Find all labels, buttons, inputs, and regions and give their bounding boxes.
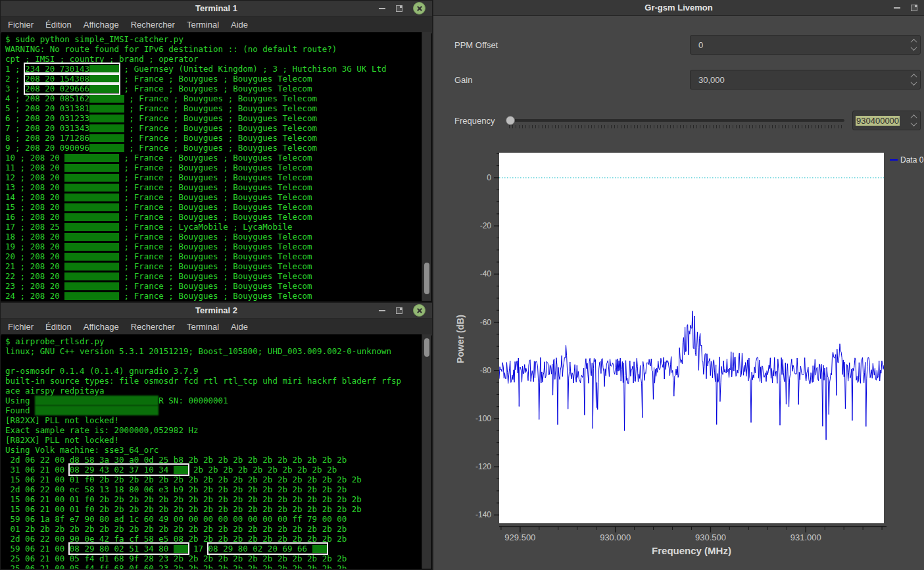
menu-item[interactable]: Aide xyxy=(225,322,254,332)
terminal-line: 5 ; 208 20 031381 ; France ; Bouygues ; … xyxy=(5,103,422,113)
minimize-icon[interactable] xyxy=(894,7,900,9)
terminal-line: 3 ; 208 20 029666 ; France ; Bouygues ; … xyxy=(5,84,422,93)
redaction-block xyxy=(174,466,189,474)
terminal-line: 2 ; 208 20 154308 ; France ; Bouygues ; … xyxy=(5,74,422,84)
menu-item[interactable]: Fichier xyxy=(2,20,39,30)
ppm-offset-value: 0 xyxy=(698,40,703,50)
spinner-arrows[interactable] xyxy=(907,111,920,130)
menu-item[interactable]: Terminal xyxy=(181,20,225,30)
menu-item[interactable]: Aide xyxy=(225,20,254,30)
menu-item[interactable]: Affichage xyxy=(78,322,125,332)
redaction-block xyxy=(89,85,119,93)
redaction-block xyxy=(64,174,119,182)
terminal-2-output[interactable]: $ airprobe_rtlsdr.pylinux; GNU C++ versi… xyxy=(1,334,422,569)
terminal-line: 15 06 21 00 01 f0 2b 2b 2b 2b 2b 2b 2b 2… xyxy=(5,504,422,514)
terminal-line: 22 ; 208 20 ; France ; Bouygues ; Bouygu… xyxy=(5,271,422,281)
terminal-line: 18 ; 208 20 ; France ; Bouygues ; Bouygu… xyxy=(5,232,422,242)
redaction-block xyxy=(64,203,119,211)
restore-icon[interactable] xyxy=(396,5,402,12)
spinner-arrows[interactable] xyxy=(907,70,920,89)
redaction-block xyxy=(89,75,119,83)
minimize-icon[interactable] xyxy=(379,310,385,311)
terminal-line: 14 ; 208 20 ; France ; Bouygues ; Bouygu… xyxy=(5,192,422,202)
redaction-block xyxy=(89,95,124,103)
spin-down-icon[interactable] xyxy=(910,44,917,51)
frequency-value: 930400000 xyxy=(856,116,900,126)
redaction-block xyxy=(64,164,119,172)
ppm-offset-spinbox[interactable]: 0 xyxy=(690,35,921,55)
terminal-line: linux; GNU C++ version 5.3.1 20151219; B… xyxy=(5,346,422,356)
livemon-titlebar[interactable]: Gr-gsm Livemon xyxy=(433,0,924,16)
terminal-1-menubar: FichierÉditionAffichageRechercherTermina… xyxy=(1,16,432,34)
menu-item[interactable]: Terminal xyxy=(181,322,225,332)
terminal-line: [R82XX] PLL not locked! xyxy=(5,435,422,445)
highlight-box: 208 20 029666 xyxy=(25,84,119,93)
terminal-line: 8 ; 208 20 171286 ; France ; Bouygues ; … xyxy=(5,133,422,143)
terminal-2-window: Terminal 2 FichierÉditionAffichageRecher… xyxy=(0,302,433,570)
frequency-spinbox[interactable]: 930400000 xyxy=(852,111,921,130)
scrollbar-thumb[interactable] xyxy=(424,263,429,294)
menu-item[interactable]: Édition xyxy=(39,322,78,332)
terminal-line: 7 ; 208 20 031343 ; France ; Bouygues ; … xyxy=(5,123,422,133)
terminal-1-titlebar[interactable]: Terminal 1 xyxy=(1,1,432,16)
terminal-line: 15 ; 208 20 ; France ; Bouygues ; Bouygu… xyxy=(5,202,422,212)
desktop: { "colors":{ "terminal_green":"#2bd42b",… xyxy=(0,0,924,570)
y-axis-tick-label: -120 xyxy=(475,462,491,471)
menu-item[interactable]: Affichage xyxy=(78,20,125,30)
terminal-line: $ airprobe_rtlsdr.py xyxy=(5,336,422,346)
terminal-line xyxy=(5,356,422,366)
menu-item[interactable]: Édition xyxy=(39,20,78,30)
redaction-block xyxy=(64,184,119,192)
gain-value: 30,000 xyxy=(698,75,725,85)
terminal-1-output[interactable]: $ sudo python simple_IMSI-catcher.pyWARN… xyxy=(1,32,422,301)
menu-item[interactable]: Fichier xyxy=(2,322,39,332)
restore-icon[interactable] xyxy=(911,5,917,11)
y-axis-tick-label: -20 xyxy=(480,221,492,230)
gain-label: Gain xyxy=(454,75,472,85)
terminal-line: 13 ; 208 20 ; France ; Bouygues ; Bouygu… xyxy=(5,182,422,192)
terminal-line: $ sudo python simple_IMSI-catcher.py xyxy=(5,34,422,44)
slider-groove[interactable] xyxy=(509,119,844,122)
spin-down-icon[interactable] xyxy=(910,120,917,126)
terminal-2-scrollbar[interactable] xyxy=(422,334,431,569)
spin-down-icon[interactable] xyxy=(910,79,917,86)
y-axis-title: Power (dB) xyxy=(455,315,466,363)
livemon-window: Gr-gsm Livemon PPM Offset 0 Gain 30,000 … xyxy=(433,0,924,570)
close-icon[interactable] xyxy=(413,304,426,317)
terminal-1-scrollbar[interactable] xyxy=(422,32,431,301)
redaction-block xyxy=(64,223,119,231)
terminal-line: 25 06 21 00 05 f4 d1 68 9f 28 23 2b 2b 2… xyxy=(5,554,422,563)
livemon-title: Gr-gsm Livemon xyxy=(644,3,712,13)
x-axis-tick-label: 930.500 xyxy=(695,532,726,542)
redaction-block xyxy=(64,233,119,241)
terminal-line: gr-osmosdr 0.1.4 (0.1.4) gnuradio 3.7.9 xyxy=(5,366,422,376)
slider-handle[interactable] xyxy=(506,116,515,125)
redaction-block xyxy=(89,144,124,152)
terminal-line: 17 ; 208 25 ; France ; LycaMobile ; Lyca… xyxy=(5,222,422,232)
restore-icon[interactable] xyxy=(396,307,402,314)
terminal-line: 15 06 21 00 01 f0 2b 2b 2b 2b 2b 2b 2b 2… xyxy=(5,475,422,484)
scrollbar-thumb[interactable] xyxy=(424,338,429,357)
redaction-block xyxy=(312,545,328,553)
terminal-2-menubar: FichierÉditionAffichageRechercherTermina… xyxy=(1,319,432,336)
highlight-box: 08 29 80 02 51 34 80 xyxy=(70,544,189,554)
terminal-line: 59 06 21 00 08 29 80 02 51 34 80 17 08 2… xyxy=(5,544,422,554)
spinner-arrows[interactable] xyxy=(907,36,920,54)
redaction-block xyxy=(174,545,189,553)
terminal-line: Found xyxy=(5,405,422,415)
menu-item[interactable]: Rechercher xyxy=(125,322,181,332)
close-icon[interactable] xyxy=(413,2,426,14)
frequency-label: Frequency xyxy=(454,116,495,126)
minimize-icon[interactable] xyxy=(379,8,385,9)
redaction-block xyxy=(89,105,124,113)
terminal-line: 9 ; 208 20 090096 ; France ; Bouygues ; … xyxy=(5,143,422,153)
terminal-2-titlebar[interactable]: Terminal 2 xyxy=(1,303,432,319)
ppm-offset-label: PPM Offset xyxy=(454,40,498,50)
gain-spinbox[interactable]: 30,000 xyxy=(690,70,921,90)
x-axis-tick-label: 930.000 xyxy=(600,532,631,542)
terminal-line: 2d 06 22 00 90 0e 42 fa cf 58 e5 08 2b 2… xyxy=(5,534,422,544)
menu-item[interactable]: Rechercher xyxy=(125,20,181,30)
terminal-line: Using R SN: 00000001 xyxy=(5,396,422,405)
plot-canvas xyxy=(499,153,884,523)
terminal-line: 12 ; 208 20 ; France ; Bouygues ; Bouygu… xyxy=(5,172,422,182)
